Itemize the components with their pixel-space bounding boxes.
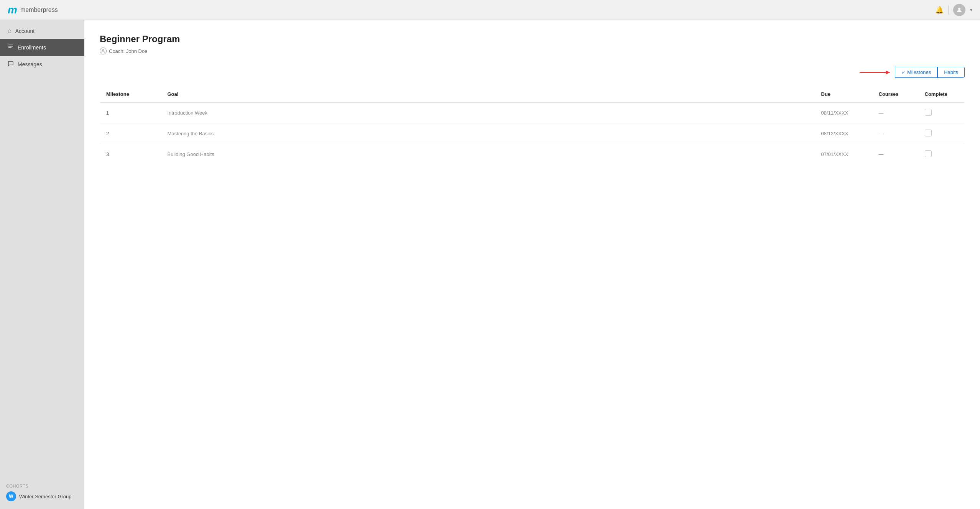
svg-marker-6: [886, 71, 890, 74]
avatar[interactable]: [953, 4, 965, 16]
table-row: 2 Mastering the Basics 08/12/XXXX —: [100, 123, 965, 144]
sidebar-item-enrollments-label: Enrollments: [18, 44, 46, 51]
milestones-table: Milestone Goal Due Courses Complete 1 In…: [100, 85, 965, 165]
svg-point-4: [102, 49, 104, 51]
sidebar-item-enrollments[interactable]: Enrollments: [0, 39, 84, 56]
main-content: Beginner Program Coach: John Doe ✓ Miles…: [84, 20, 980, 509]
chevron-down-icon[interactable]: ▾: [970, 7, 972, 13]
enrollments-icon: [8, 44, 14, 51]
sidebar-item-messages-label: Messages: [18, 61, 42, 67]
svg-point-0: [958, 8, 960, 10]
sidebar-item-account-label: Account: [15, 28, 35, 34]
toggle-area: ✓ Milestones Habits: [100, 67, 965, 78]
coach-info: Coach: John Doe: [100, 48, 965, 54]
cell-goal-1: Mastering the Basics: [161, 123, 815, 144]
cell-milestone-2: 3: [100, 144, 161, 165]
cell-milestone-1: 2: [100, 123, 161, 144]
svg-rect-1: [8, 45, 13, 45]
cell-courses-0: —: [873, 103, 919, 123]
cell-courses-1: —: [873, 123, 919, 144]
logo-m-icon: m: [8, 5, 17, 15]
logo-text: memberpress: [20, 7, 58, 13]
habits-button[interactable]: Habits: [937, 67, 965, 78]
table-row: 1 Introduction Week 08/11/XXXX —: [100, 103, 965, 123]
milestones-button[interactable]: ✓ Milestones: [895, 67, 937, 78]
sidebar-item-messages[interactable]: Messages: [0, 56, 84, 73]
complete-checkbox-1[interactable]: [925, 130, 932, 136]
header-divider: [948, 5, 949, 15]
red-arrow-icon: [860, 69, 890, 76]
svg-rect-3: [8, 47, 12, 48]
bell-icon[interactable]: 🔔: [935, 6, 944, 14]
cohort-name: Winter Semester Group: [19, 494, 72, 499]
table-row: 3 Building Good Habits 07/01/XXXX —: [100, 144, 965, 165]
complete-checkbox-0[interactable]: [925, 109, 932, 116]
cell-courses-2: —: [873, 144, 919, 165]
cohort-avatar: W: [6, 491, 16, 501]
logo-area: m memberpress: [8, 5, 58, 15]
col-header-courses: Courses: [873, 86, 919, 103]
cell-due-1: 08/12/XXXX: [815, 123, 873, 144]
col-header-due: Due: [815, 86, 873, 103]
sidebar-bottom: Cohorts W Winter Semester Group: [0, 478, 84, 509]
page-title: Beginner Program: [100, 34, 965, 44]
coach-label: Coach: John Doe: [109, 48, 147, 54]
cell-milestone-0: 1: [100, 103, 161, 123]
cohorts-label: Cohorts: [6, 484, 78, 488]
sidebar-item-account[interactable]: ⌂ Account: [0, 23, 84, 39]
sidebar-nav: ⌂ Account Enrollments Messages: [0, 23, 84, 478]
col-header-complete: Complete: [919, 86, 965, 103]
col-header-milestone: Milestone: [100, 86, 161, 103]
home-icon: ⌂: [8, 28, 12, 34]
cell-due-0: 08/11/XXXX: [815, 103, 873, 123]
cell-complete-0: [919, 103, 965, 123]
cell-complete-1: [919, 123, 965, 144]
sidebar: ⌂ Account Enrollments Messages Cohorts W…: [0, 20, 84, 509]
messages-icon: [8, 61, 14, 68]
header-right: 🔔 ▾: [935, 4, 972, 16]
top-header: m memberpress 🔔 ▾: [0, 0, 980, 20]
main-layout: ⌂ Account Enrollments Messages Cohorts W…: [0, 20, 980, 509]
complete-checkbox-2[interactable]: [925, 150, 932, 157]
coach-icon: [100, 48, 107, 54]
col-header-goal: Goal: [161, 86, 815, 103]
cell-goal-2: Building Good Habits: [161, 144, 815, 165]
cell-complete-2: [919, 144, 965, 165]
cohort-item[interactable]: W Winter Semester Group: [6, 491, 78, 501]
cell-goal-0: Introduction Week: [161, 103, 815, 123]
cell-due-2: 07/01/XXXX: [815, 144, 873, 165]
svg-rect-2: [8, 46, 13, 46]
